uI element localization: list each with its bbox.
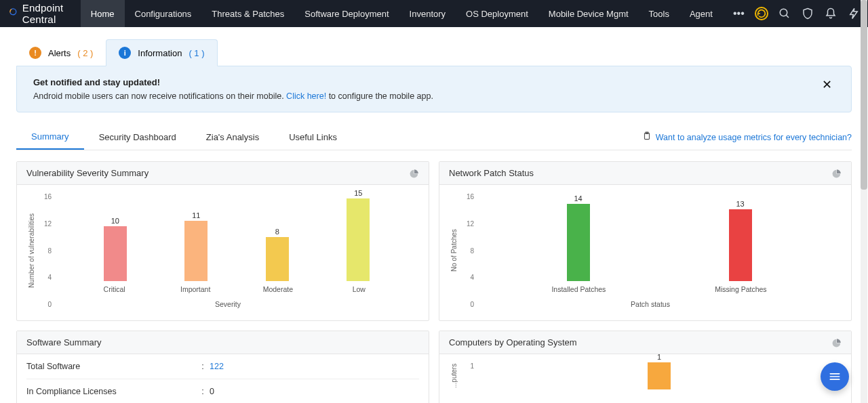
clipboard-icon (642, 131, 652, 143)
card-patch-status: Network Patch Status No of Patches 16128… (439, 161, 852, 321)
bar[interactable]: 11 (182, 211, 210, 281)
subtab-summary[interactable]: Summary (16, 125, 84, 150)
brand: Endpoint Central (0, 0, 81, 27)
analytics-link[interactable]: Want to analyze usage metrics for every … (642, 125, 852, 150)
bar[interactable]: 13 (727, 200, 754, 281)
bar[interactable]: 8 (264, 228, 291, 281)
nav-home[interactable]: Home (81, 0, 125, 27)
alert-tabs: ! Alerts ( 2 ) i Information ( 1 ) (16, 39, 852, 66)
patch-chart: No of Patches 1612840 1413 Installed Pat… (449, 190, 842, 308)
close-icon[interactable]: ✕ (819, 77, 835, 92)
bolt-icon[interactable] (847, 7, 861, 20)
pie-chart-icon[interactable] (410, 169, 419, 178)
card-vulnerability: Vulnerability Severity Summary Number of… (16, 161, 429, 321)
tab-alerts-count: ( 2 ) (77, 48, 93, 58)
brand-logo (9, 7, 17, 20)
scrollbar[interactable] (861, 0, 867, 403)
subtab-security-dashboard[interactable]: Security Dashboard (84, 125, 191, 149)
x-labels: Installed PatchesMissing Patches (477, 281, 842, 293)
dash-grid: Vulnerability Severity Summary Number of… (16, 161, 852, 403)
card-software-summary: Software Summary Total Software : 122 In… (16, 331, 429, 403)
nav-more-icon[interactable]: ••• (723, 0, 755, 27)
bar[interactable]: 15 (344, 189, 372, 281)
nav-items: Home Configurations Threats & Patches So… (81, 0, 755, 27)
row-label: In Compliance Licenses (26, 387, 196, 396)
card-header: Computers by Operating System (439, 331, 851, 354)
svg-point-2 (780, 9, 787, 16)
topbar: Endpoint Central Home Configurations Thr… (0, 0, 868, 27)
pie-chart-icon[interactable] (832, 338, 842, 347)
alert-icon: ! (29, 47, 41, 59)
vuln-chart: Number of vulnerabilities 1612840 101181… (26, 190, 419, 308)
card-title: Network Patch Status (449, 168, 534, 178)
nav-tools[interactable]: Tools (639, 0, 679, 27)
banner-body: Get notified and stay updated! Android m… (33, 77, 433, 101)
card-body: ...puters 1 1 (439, 354, 851, 402)
card-body: Total Software : 122 In Compliance Licen… (17, 354, 429, 403)
nav-agent[interactable]: Agent (679, 0, 723, 27)
row-value-link[interactable]: 122 (210, 362, 224, 371)
tab-info-count: ( 1 ) (189, 48, 204, 58)
nav-threats-patches[interactable]: Threats & Patches (201, 0, 294, 27)
bar[interactable]: 14 (565, 194, 592, 281)
nav-mdm[interactable]: Mobile Device Mgmt (538, 0, 639, 27)
info-icon: i (119, 47, 131, 59)
brand-name: Endpoint Central (22, 2, 68, 25)
banner-title: Get notified and stay updated! (33, 77, 433, 87)
bar[interactable]: 1 (646, 353, 673, 389)
bell-icon[interactable] (824, 7, 837, 20)
subtab-zia-analysis[interactable]: Zia's Analysis (191, 125, 274, 149)
help-menu-button[interactable] (821, 362, 849, 391)
y-ticks: 1612840 (37, 193, 54, 308)
software-row: In Compliance Licenses : 0 (26, 379, 419, 403)
x-labels: CriticalImportantModerateLow (54, 281, 419, 293)
y-ticks: 1612840 (459, 193, 477, 308)
nav-configurations[interactable]: Configurations (125, 0, 202, 27)
card-header: Network Patch Status (439, 162, 851, 185)
shield-icon[interactable] (801, 7, 814, 20)
tab-alerts[interactable]: ! Alerts ( 2 ) (16, 39, 106, 66)
tab-info-label: Information (138, 48, 182, 58)
nav-inventory[interactable]: Inventory (399, 0, 456, 27)
plot-area: 1 (477, 362, 842, 389)
scrollbar-thumb[interactable] (861, 0, 867, 190)
banner-link[interactable]: Click here! (286, 91, 326, 101)
nav-software-deployment[interactable]: Software Deployment (294, 0, 399, 27)
y-ticks: 1 (459, 362, 477, 389)
card-header: Software Summary (17, 331, 429, 354)
search-icon[interactable] (778, 7, 791, 20)
bar[interactable]: 10 (102, 217, 129, 281)
refresh-icon[interactable] (755, 7, 768, 20)
pie-chart-icon[interactable] (832, 169, 842, 178)
info-banner: Get notified and stay updated! Android m… (16, 66, 852, 112)
card-body: No of Patches 1612840 1413 Installed Pat… (439, 185, 851, 320)
card-title: Software Summary (26, 337, 102, 347)
card-title: Vulnerability Severity Summary (26, 168, 149, 178)
os-chart: ...puters 1 1 (449, 360, 842, 389)
tab-information[interactable]: i Information ( 1 ) (106, 39, 217, 66)
card-body: Number of vulnerabilities 1612840 101181… (17, 185, 429, 320)
card-os: Computers by Operating System ...puters … (439, 331, 852, 403)
banner-text: Android mobile users can now receive not… (33, 91, 433, 101)
card-header: Vulnerability Severity Summary (17, 162, 429, 185)
page-content: ! Alerts ( 2 ) i Information ( 1 ) Get n… (0, 27, 868, 403)
subtab-useful-links[interactable]: Useful Links (274, 125, 352, 149)
svg-line-3 (786, 15, 789, 18)
tab-alerts-label: Alerts (48, 48, 71, 58)
row-label: Total Software (26, 362, 196, 371)
plot-area: 1413 (477, 193, 842, 281)
row-value: 0 (210, 387, 214, 396)
nav-os-deployment[interactable]: OS Deployment (456, 0, 538, 27)
software-row: Total Software : 122 (26, 354, 419, 379)
nav-right (755, 0, 868, 27)
subtabs: Summary Security Dashboard Zia's Analysi… (16, 125, 852, 150)
plot-area: 1011815 (54, 193, 419, 281)
card-title: Computers by Operating System (449, 337, 577, 347)
